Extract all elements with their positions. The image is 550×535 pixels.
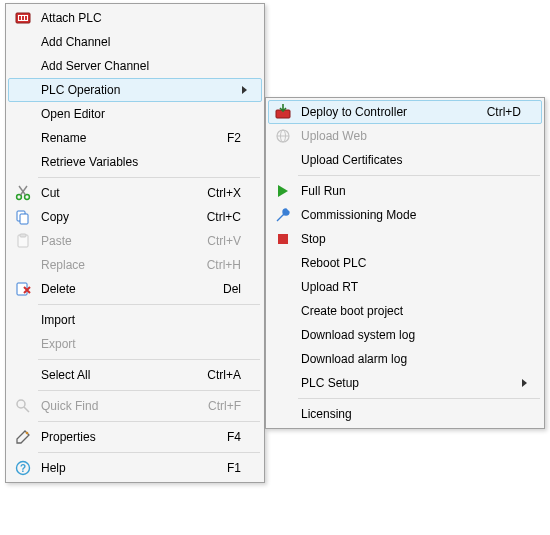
menu-item-quick-find: Quick Find Ctrl+F: [8, 394, 262, 418]
menu-item-copy[interactable]: Copy Ctrl+C: [8, 205, 262, 229]
menu-item-cut[interactable]: Cut Ctrl+X: [8, 181, 262, 205]
svg-rect-10: [20, 234, 26, 237]
menu-item-label: Help: [37, 461, 211, 475]
menu-item-full-run[interactable]: Full Run: [268, 179, 542, 203]
menu-item-label: Copy: [37, 210, 191, 224]
menu-item-label: Download alarm log: [297, 352, 521, 366]
menu-item-reboot-plc[interactable]: Reboot PLC: [268, 251, 542, 275]
menu-item-label: Commissioning Mode: [297, 208, 521, 222]
menu-item-properties[interactable]: Properties F4: [8, 425, 262, 449]
globe-icon: [269, 128, 297, 144]
menu-shortcut: Ctrl+V: [191, 234, 241, 248]
menu-shortcut: F1: [211, 461, 241, 475]
menu-item-help[interactable]: ? Help F1: [8, 456, 262, 480]
search-icon: [9, 398, 37, 414]
menu-shortcut: Ctrl+H: [191, 258, 241, 272]
menu-item-label: Upload RT: [297, 280, 521, 294]
menu-item-label: Retrieve Variables: [37, 155, 241, 169]
menu-item-label: Rename: [37, 131, 211, 145]
menu-item-create-boot-project[interactable]: Create boot project: [268, 299, 542, 323]
menu-shortcut: F2: [211, 131, 241, 145]
menu-item-label: Stop: [297, 232, 521, 246]
menu-item-upload-certificates[interactable]: Upload Certificates: [268, 148, 542, 172]
plc-icon: [9, 10, 37, 26]
menu-shortcut: Del: [207, 282, 241, 296]
menu-shortcut: Ctrl+F: [192, 399, 241, 413]
menu-item-select-all[interactable]: Select All Ctrl+A: [8, 363, 262, 387]
menu-separator: [38, 421, 260, 422]
context-menu-main: Attach PLC Add Channel Add Server Channe…: [5, 3, 265, 483]
menu-item-plc-operation[interactable]: PLC Operation: [8, 78, 262, 102]
menu-item-rename[interactable]: Rename F2: [8, 126, 262, 150]
menu-item-stop[interactable]: Stop: [268, 227, 542, 251]
submenu-arrow-icon: [241, 86, 255, 94]
svg-rect-4: [25, 16, 27, 20]
svg-point-14: [26, 432, 29, 435]
menu-item-add-channel[interactable]: Add Channel: [8, 30, 262, 54]
menu-item-label: Replace: [37, 258, 191, 272]
menu-item-plc-setup[interactable]: PLC Setup: [268, 371, 542, 395]
menu-separator: [298, 398, 540, 399]
menu-item-licensing[interactable]: Licensing: [268, 402, 542, 426]
menu-item-label: Properties: [37, 430, 211, 444]
svg-line-13: [24, 407, 29, 412]
menu-item-upload-rt[interactable]: Upload RT: [268, 275, 542, 299]
menu-item-upload-web: Upload Web: [268, 124, 542, 148]
menu-item-label: Upload Web: [297, 129, 521, 143]
copy-icon: [9, 209, 37, 225]
menu-item-commissioning-mode[interactable]: Commissioning Mode: [268, 203, 542, 227]
wrench-icon: [269, 207, 297, 223]
menu-item-label: Select All: [37, 368, 191, 382]
menu-separator: [38, 390, 260, 391]
menu-item-label: Attach PLC: [37, 11, 241, 25]
menu-item-label: PLC Setup: [297, 376, 521, 390]
menu-item-label: Upload Certificates: [297, 153, 521, 167]
menu-separator: [38, 452, 260, 453]
menu-item-import[interactable]: Import: [8, 308, 262, 332]
menu-item-label: Quick Find: [37, 399, 192, 413]
menu-item-paste: Paste Ctrl+V: [8, 229, 262, 253]
menu-item-label: Full Run: [297, 184, 521, 198]
menu-separator: [298, 175, 540, 176]
svg-point-6: [25, 195, 30, 200]
menu-separator: [38, 304, 260, 305]
menu-item-download-system-log[interactable]: Download system log: [268, 323, 542, 347]
svg-rect-2: [19, 16, 21, 20]
menu-item-deploy-to-controller[interactable]: Deploy to Controller Ctrl+D: [268, 100, 542, 124]
menu-item-label: Open Editor: [37, 107, 241, 121]
menu-item-open-editor[interactable]: Open Editor: [8, 102, 262, 126]
submenu-arrow-icon: [521, 379, 535, 387]
menu-item-retrieve-variables[interactable]: Retrieve Variables: [8, 150, 262, 174]
menu-item-label: Paste: [37, 234, 191, 248]
svg-rect-8: [20, 214, 28, 224]
menu-item-label: PLC Operation: [37, 83, 241, 97]
menu-item-label: Import: [37, 313, 241, 327]
cut-icon: [9, 185, 37, 201]
paste-icon: [9, 233, 37, 249]
menu-item-label: Reboot PLC: [297, 256, 521, 270]
menu-shortcut: Ctrl+X: [191, 186, 241, 200]
menu-item-label: Add Server Channel: [37, 59, 241, 73]
menu-item-label: Download system log: [297, 328, 521, 342]
menu-shortcut: F4: [211, 430, 241, 444]
svg-point-5: [17, 195, 22, 200]
menu-shortcut: Ctrl+C: [191, 210, 241, 224]
svg-text:?: ?: [20, 463, 26, 474]
menu-separator: [38, 359, 260, 360]
menu-item-label: Cut: [37, 186, 191, 200]
properties-icon: [9, 429, 37, 445]
menu-item-delete[interactable]: Delete Del: [8, 277, 262, 301]
menu-item-add-server-channel[interactable]: Add Server Channel: [8, 54, 262, 78]
menu-item-attach-plc[interactable]: Attach PLC: [8, 6, 262, 30]
menu-separator: [38, 177, 260, 178]
menu-item-export: Export: [8, 332, 262, 356]
svg-rect-21: [278, 234, 288, 244]
submenu-plc-operation: Deploy to Controller Ctrl+D Upload Web U…: [265, 97, 545, 429]
menu-shortcut: Ctrl+A: [191, 368, 241, 382]
svg-rect-3: [22, 16, 24, 20]
stop-icon: [269, 231, 297, 247]
menu-item-download-alarm-log[interactable]: Download alarm log: [268, 347, 542, 371]
svg-point-12: [17, 400, 25, 408]
menu-item-label: Deploy to Controller: [297, 105, 471, 119]
menu-item-label: Add Channel: [37, 35, 241, 49]
